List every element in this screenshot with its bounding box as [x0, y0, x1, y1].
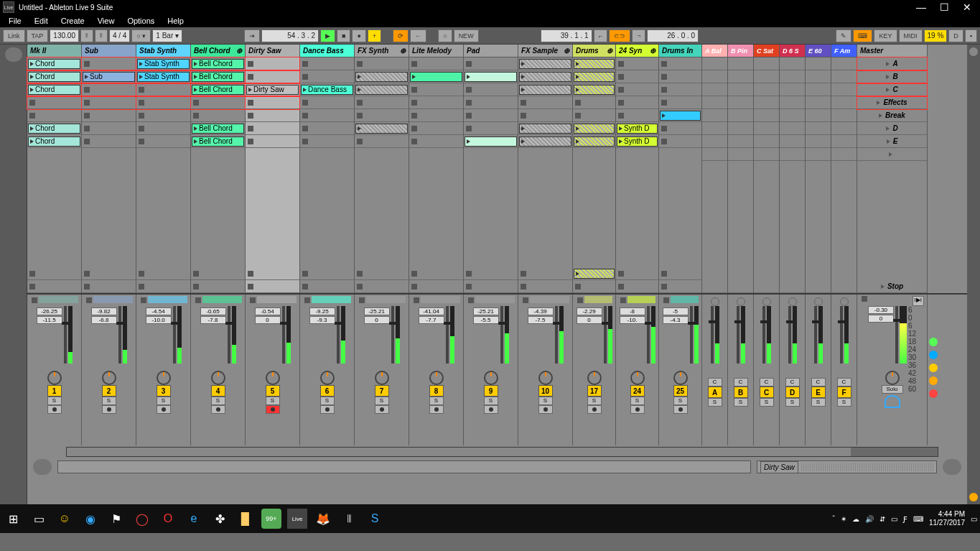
solo-button[interactable]: S	[811, 398, 826, 407]
volume-db[interactable]: -26.25	[37, 307, 62, 315]
pan-knob[interactable]	[211, 371, 225, 385]
clip-slot[interactable]	[355, 96, 409, 109]
section-toggle-icon[interactable]	[929, 364, 938, 372]
clip-slot[interactable]	[518, 109, 572, 122]
arm-button[interactable]	[587, 405, 602, 414]
pan-knob[interactable]	[484, 371, 498, 385]
clip-slot[interactable]: Chord	[27, 57, 81, 70]
clip-slot[interactable]	[136, 122, 190, 135]
clip-slot[interactable]	[82, 83, 136, 96]
clip-slot[interactable]	[355, 83, 409, 96]
solo-button[interactable]: S	[708, 398, 722, 407]
clip-slot[interactable]	[573, 57, 615, 70]
peak-db[interactable]: -7.7	[419, 316, 444, 324]
overdub-button[interactable]: +	[368, 29, 381, 42]
arm-button[interactable]	[538, 405, 553, 414]
draw-mode[interactable]: ✎	[836, 29, 851, 42]
clip-slot[interactable]	[300, 267, 354, 280]
clip-slot[interactable]	[573, 70, 615, 83]
clip-slot[interactable]	[27, 96, 81, 109]
system-tray[interactable]: ˆ ✶ ☁ 🔊 ⇵ ▭ Ƒ ⌨ 4:44 PM11/27/2017 ▭	[833, 510, 977, 527]
return-header[interactable]: F Am	[831, 45, 857, 57]
clip-slot[interactable]	[246, 70, 299, 83]
pan-knob[interactable]	[320, 371, 335, 385]
pan-knob[interactable]	[587, 371, 602, 385]
track-header[interactable]: Drums⊕	[573, 45, 615, 57]
return-activator[interactable]: D	[785, 386, 800, 398]
show-sends-icon[interactable]	[969, 493, 978, 501]
clip-slot[interactable]	[246, 96, 299, 109]
punch-out[interactable]: ¬	[632, 29, 645, 42]
clip-slot[interactable]	[355, 70, 409, 83]
cue-volume-knob[interactable]	[885, 371, 900, 385]
volume-db[interactable]: -4.39	[528, 307, 554, 315]
pan-knob[interactable]	[266, 371, 280, 385]
key-map[interactable]: KEY	[874, 29, 897, 42]
tray-cloud-icon[interactable]: ☁	[852, 515, 859, 523]
clip-slot[interactable]	[82, 96, 136, 109]
nudge-up[interactable]: ⦀	[95, 29, 108, 42]
clip-slot[interactable]	[464, 57, 518, 70]
edge-icon[interactable]: e	[184, 509, 204, 529]
play-button[interactable]: ▶	[320, 29, 335, 42]
section-toggle-icon[interactable]	[929, 351, 938, 359]
opera-icon[interactable]: O	[158, 509, 178, 529]
track-header[interactable]: Mk II	[27, 45, 81, 57]
nudge-down[interactable]: ⦀	[80, 29, 93, 42]
headphone-icon[interactable]	[885, 395, 900, 408]
peak-db[interactable]: -7.8	[200, 316, 226, 324]
clip-slot[interactable]	[409, 280, 463, 293]
return-header[interactable]: E 60	[806, 45, 831, 57]
fader[interactable]	[788, 306, 791, 364]
fader[interactable]	[282, 306, 285, 364]
fader[interactable]	[228, 306, 230, 364]
clip-slot[interactable]	[136, 96, 190, 109]
minimize-button[interactable]: —	[917, 3, 925, 11]
arm-button[interactable]	[266, 405, 280, 414]
fold-icon[interactable]: ⊕	[564, 47, 569, 55]
peak-db[interactable]: -5.5	[473, 316, 499, 324]
track-activator[interactable]: 8	[429, 385, 444, 397]
fader[interactable]	[173, 306, 176, 364]
tap-button[interactable]: TAP	[27, 29, 49, 42]
track-header[interactable]: Dirty Saw	[246, 45, 299, 57]
track-header[interactable]: FX Sample⊕	[518, 45, 572, 57]
volume-db[interactable]: -9.82	[91, 307, 117, 315]
solo-button[interactable]: S	[734, 398, 748, 407]
track-activator[interactable]: 24	[630, 385, 645, 397]
clip-slot[interactable]	[355, 109, 409, 122]
clip-slot[interactable]	[464, 280, 518, 293]
chromium-icon[interactable]: ◉	[80, 509, 101, 529]
fader[interactable]	[446, 306, 449, 364]
clip-slot[interactable]	[355, 267, 409, 280]
clip-slot[interactable]	[409, 109, 463, 122]
arrangement-position[interactable]: 54 . 3 . 2	[261, 29, 319, 42]
fader[interactable]	[64, 306, 67, 364]
clip-slot[interactable]	[659, 96, 701, 109]
return-header[interactable]: A Bal	[702, 45, 727, 57]
track-activator[interactable]: 6	[320, 385, 335, 397]
master-fader[interactable]	[895, 306, 898, 364]
solo-button[interactable]: S	[484, 397, 498, 405]
detail-view[interactable]: Dirty Saw	[757, 460, 937, 473]
session-record[interactable]: ○	[438, 29, 452, 42]
solo-button[interactable]: S	[630, 397, 645, 405]
solo-button[interactable]: S	[429, 397, 444, 405]
volume-db[interactable]: -8	[620, 307, 645, 315]
clip-slot[interactable]	[573, 109, 615, 122]
midi-map[interactable]: MIDI	[899, 29, 923, 42]
action-center-icon[interactable]: ▭	[971, 515, 977, 523]
volume-db[interactable]: -5	[663, 307, 689, 315]
clip-slot[interactable]	[659, 57, 701, 70]
clip-slot[interactable]	[659, 122, 701, 135]
arm-button[interactable]	[157, 405, 171, 414]
explorer-icon[interactable]: ▉	[235, 509, 256, 529]
app-icon-1[interactable]: ☺	[55, 509, 75, 529]
menu-file[interactable]: File	[9, 17, 22, 25]
pan-knob[interactable]	[538, 371, 553, 385]
clip-slot[interactable]	[82, 57, 136, 70]
clip-slot[interactable]	[573, 96, 615, 109]
arm-button[interactable]	[47, 405, 62, 414]
track-activator[interactable]: 2	[102, 385, 116, 397]
solo-button[interactable]: S	[375, 397, 389, 405]
